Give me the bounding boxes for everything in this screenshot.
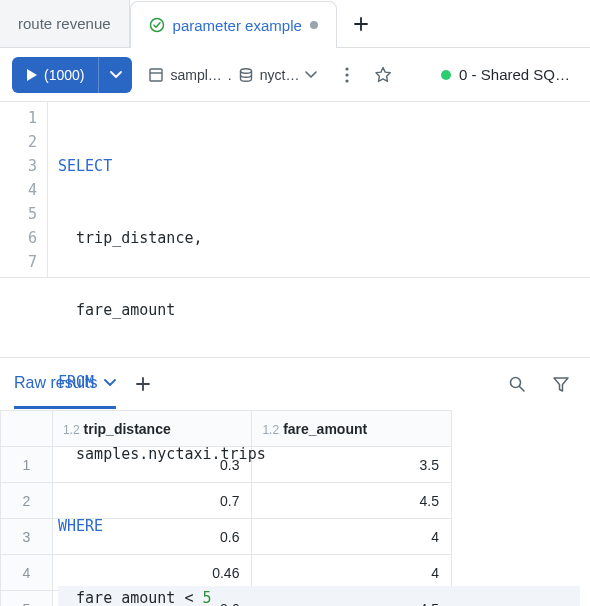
row-number: 5 [1, 591, 53, 607]
results-tab-label: Raw results [14, 374, 98, 392]
row-number: 3 [1, 519, 53, 555]
row-number: 2 [1, 483, 53, 519]
column-name: fare_amount [283, 421, 367, 437]
catalog-label: sampl… [170, 67, 221, 83]
line-number: 1 [0, 106, 37, 130]
add-visualization-button[interactable] [130, 371, 156, 397]
schema-label: nyct… [260, 67, 300, 83]
tab-parameter-example[interactable]: parameter example [130, 1, 337, 48]
dtype-label: 1.2 [262, 423, 279, 437]
kebab-icon [345, 67, 349, 83]
line-number: 4 [0, 178, 37, 202]
sql-token: fare_amount < [76, 589, 202, 606]
sql-token: trip_distance, [76, 229, 202, 247]
tab-route-revenue[interactable]: route revenue [0, 0, 130, 47]
search-icon [508, 375, 526, 393]
sql-token: fare_amount [76, 301, 175, 319]
svg-point-6 [346, 79, 349, 82]
line-number: 7 [0, 250, 37, 274]
code-area[interactable]: SELECT trip_distance, fare_amount FROM s… [48, 102, 590, 277]
status-dot-icon [441, 70, 451, 80]
dot-separator: . [228, 67, 232, 83]
chevron-down-icon [110, 71, 122, 79]
check-circle-icon [149, 17, 165, 33]
tab-bar: route revenue parameter example [0, 0, 590, 48]
column-name: trip_distance [84, 421, 171, 437]
dtype-label: 1.2 [63, 423, 80, 437]
sql-keyword: SELECT [58, 157, 112, 175]
tab-label: route revenue [18, 15, 111, 32]
line-number: 3 [0, 154, 37, 178]
svg-rect-1 [150, 69, 162, 81]
run-dropdown-button[interactable] [98, 57, 132, 93]
row-number: 4 [1, 555, 53, 591]
warehouse-picker[interactable]: 0 - Shared SQ… [433, 57, 578, 93]
favorite-button[interactable] [369, 61, 397, 89]
search-results-button[interactable] [502, 369, 532, 399]
chevron-down-icon [305, 71, 317, 79]
tab-label: parameter example [173, 17, 302, 34]
catalog-schema-picker[interactable]: sampl… . nyct… [140, 57, 325, 93]
line-number: 5 [0, 202, 37, 226]
results-tab-raw[interactable]: Raw results [14, 360, 116, 409]
run-button[interactable]: (1000) [12, 57, 98, 93]
run-button-group: (1000) [12, 57, 132, 93]
plus-icon [135, 376, 151, 392]
play-icon [26, 68, 38, 82]
database-icon [238, 67, 254, 83]
sql-keyword: WHERE [58, 517, 103, 535]
filter-icon [552, 375, 570, 393]
warehouse-label: 0 - Shared SQ… [459, 66, 570, 83]
catalog-icon [148, 67, 164, 83]
run-limit-label: (1000) [44, 67, 84, 83]
svg-point-3 [240, 68, 251, 72]
filter-results-button[interactable] [546, 369, 576, 399]
line-number: 6 [0, 226, 37, 250]
svg-point-5 [346, 73, 349, 76]
star-icon [374, 66, 392, 84]
new-tab-button[interactable] [337, 0, 385, 47]
table-corner [1, 411, 53, 447]
kebab-menu-button[interactable] [333, 61, 361, 89]
svg-point-4 [346, 67, 349, 70]
line-gutter: 1 2 3 4 5 6 7 [0, 102, 48, 277]
svg-line-8 [520, 387, 525, 392]
sql-editor[interactable]: 1 2 3 4 5 6 7 SELECT trip_distance, fare… [0, 102, 590, 278]
chevron-down-icon [104, 379, 116, 387]
sql-number: 5 [203, 589, 212, 606]
row-number: 1 [1, 447, 53, 483]
results-actions [502, 369, 576, 399]
line-number: 2 [0, 130, 37, 154]
editor-toolbar: (1000) sampl… . nyct… 0 - Shared SQ… [0, 48, 590, 102]
unsaved-dot-icon [310, 21, 318, 29]
